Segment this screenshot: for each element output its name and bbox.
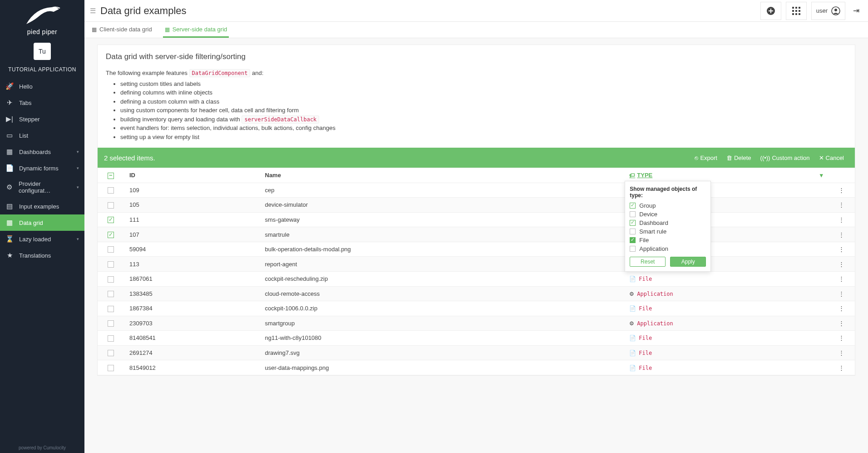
selection-status: 2 selected items. — [104, 154, 155, 162]
sidebar-item-list[interactable]: ▭List — [0, 127, 84, 144]
row-actions-menu[interactable]: ⋮ — [838, 349, 844, 356]
cancel-button[interactable]: ✕Cancel — [814, 153, 848, 163]
row-actions-menu[interactable]: ⋮ — [838, 334, 844, 341]
checkbox[interactable] — [630, 220, 636, 226]
filter-option-group[interactable]: Group — [630, 201, 706, 210]
checkbox[interactable] — [630, 229, 636, 234]
row-actions-menu[interactable]: ⋮ — [838, 231, 844, 238]
table-row: 113report-agent⚙Application⋮ — [98, 257, 855, 272]
filter-option-smart-rule[interactable]: Smart rule — [630, 227, 706, 236]
sidebar-item-dynamic-forms[interactable]: 📄Dynamic forms▾ — [0, 160, 84, 176]
nav-label: Translations — [19, 252, 51, 259]
row-checkbox[interactable] — [108, 187, 114, 194]
cell-name: sms-gateway — [261, 212, 625, 227]
cell-type: 📄File — [625, 345, 828, 360]
filter-option-application[interactable]: Application — [630, 244, 706, 253]
add-button[interactable] — [760, 2, 781, 20]
sidebar-item-input-examples[interactable]: ▤Input examples — [0, 198, 84, 214]
intro-text: The following example features — [106, 70, 187, 76]
row-actions-menu[interactable]: ⋮ — [838, 320, 844, 327]
checkbox[interactable] — [630, 211, 636, 217]
apps-button[interactable] — [786, 2, 807, 20]
checkbox[interactable] — [630, 203, 636, 209]
cell-name: cockpit-1006.0.0.zip — [261, 301, 625, 316]
nav-label: Tabs — [19, 100, 31, 106]
sidebar-item-lazy-loaded[interactable]: ⌛Lazy loaded▾ — [0, 231, 84, 247]
row-actions-menu[interactable]: ⋮ — [838, 201, 844, 208]
row-actions-menu[interactable]: ⋮ — [838, 216, 844, 223]
feature-item: event handlers for: items selection, ind… — [120, 124, 847, 133]
user-menu-button[interactable]: user — [811, 2, 845, 20]
row-checkbox[interactable] — [108, 246, 114, 253]
row-actions-menu[interactable]: ⋮ — [838, 305, 844, 312]
sidebar-toggle-icon[interactable]: ☰ — [90, 7, 96, 15]
cell-name: ng11-with-c8y101080 — [261, 331, 625, 346]
filter-icon[interactable]: ▾ — [820, 172, 823, 179]
row-checkbox[interactable] — [108, 306, 114, 312]
table-row: 1383485cloud-remote-access⚙Application⋮ — [98, 286, 855, 301]
tag-icon: 🏷 — [629, 172, 635, 179]
row-checkbox[interactable] — [108, 217, 114, 223]
row-checkbox[interactable] — [108, 291, 114, 297]
sidebar-item-hello[interactable]: 🚀Hello — [0, 78, 84, 95]
feature-item: setting up a view for empty list — [120, 133, 847, 142]
svg-rect-2 — [795, 7, 797, 9]
svg-point-11 — [834, 9, 837, 11]
row-checkbox[interactable] — [108, 365, 114, 371]
row-checkbox[interactable] — [108, 276, 114, 283]
filter-option-label: File — [639, 237, 649, 244]
tab-server-side-data-grid[interactable]: ▦Server-side data grid — [163, 22, 229, 38]
row-checkbox[interactable] — [108, 232, 114, 238]
row-actions-menu[interactable]: ⋮ — [838, 187, 844, 194]
broadcast-icon: ((•)) — [760, 154, 770, 161]
sidebar-item-stepper[interactable]: ▶|Stepper — [0, 111, 84, 127]
filter-option-device[interactable]: Device — [630, 210, 706, 219]
right-panel-toggle[interactable]: ⇥ — [850, 2, 863, 20]
powered-by: powered by Cumulocity — [0, 443, 84, 453]
row-actions-menu[interactable]: ⋮ — [838, 275, 844, 282]
cell-id: 81408541 — [125, 331, 261, 346]
sidebar-item-data-grid[interactable]: ▦Data grid — [0, 214, 84, 231]
sidebar-item-tabs[interactable]: ✈Tabs — [0, 95, 84, 111]
feature-item: building inventory query and loading dat… — [120, 115, 847, 124]
column-header-type[interactable]: 🏷TYPE ▾ Show managed objects of type: Gr… — [625, 168, 828, 183]
row-actions-menu[interactable]: ⋮ — [838, 246, 844, 253]
column-header-name[interactable]: Name — [261, 168, 625, 183]
apps-grid-icon — [792, 7, 800, 15]
select-all-checkbox[interactable] — [108, 173, 114, 179]
row-checkbox[interactable] — [108, 202, 114, 209]
row-actions-menu[interactable]: ⋮ — [838, 290, 844, 297]
svg-rect-1 — [792, 7, 794, 9]
delete-button[interactable]: 🗑Delete — [722, 153, 756, 163]
type-icon: 📄 — [629, 365, 636, 371]
avatar[interactable]: Tu — [34, 43, 51, 60]
row-actions-menu[interactable]: ⋮ — [838, 364, 844, 371]
filter-reset-button[interactable]: Reset — [630, 257, 666, 267]
row-checkbox[interactable] — [108, 261, 114, 268]
tab-label: Client-side data grid — [99, 26, 152, 33]
row-checkbox[interactable] — [108, 350, 114, 356]
tab-client-side-data-grid[interactable]: ▦Client-side data grid — [90, 22, 154, 38]
svg-rect-9 — [799, 13, 800, 15]
row-checkbox[interactable] — [108, 320, 114, 327]
checkbox[interactable] — [630, 237, 636, 243]
chevron-down-icon: ▾ — [77, 237, 79, 241]
column-header-id[interactable]: ID — [125, 168, 261, 183]
cell-name: device-simulator — [261, 198, 625, 213]
code-chip: serverSideDataCallback — [242, 115, 319, 124]
nav-icon: ▶| — [5, 115, 14, 123]
filter-option-dashboard[interactable]: Dashboard — [630, 219, 706, 227]
row-checkbox[interactable] — [108, 335, 114, 342]
cell-id: 113 — [125, 257, 261, 272]
nav-label: Data grid — [19, 219, 43, 226]
filter-option-file[interactable]: File — [630, 236, 706, 244]
checkbox[interactable] — [630, 246, 636, 252]
sidebar-item-provider-configurat-[interactable]: ⚙Provider configurat…▾ — [0, 176, 84, 198]
custom-action-button[interactable]: ((•))Custom action — [756, 153, 814, 163]
row-actions-menu[interactable]: ⋮ — [838, 261, 844, 268]
filter-apply-button[interactable]: Apply — [670, 257, 706, 267]
sidebar-item-dashboards[interactable]: ▦Dashboards▾ — [0, 144, 84, 160]
sidebar-item-translations[interactable]: ★Translations — [0, 247, 84, 264]
cell-id: 2309703 — [125, 316, 261, 331]
export-button[interactable]: ⎋Export — [690, 153, 722, 163]
